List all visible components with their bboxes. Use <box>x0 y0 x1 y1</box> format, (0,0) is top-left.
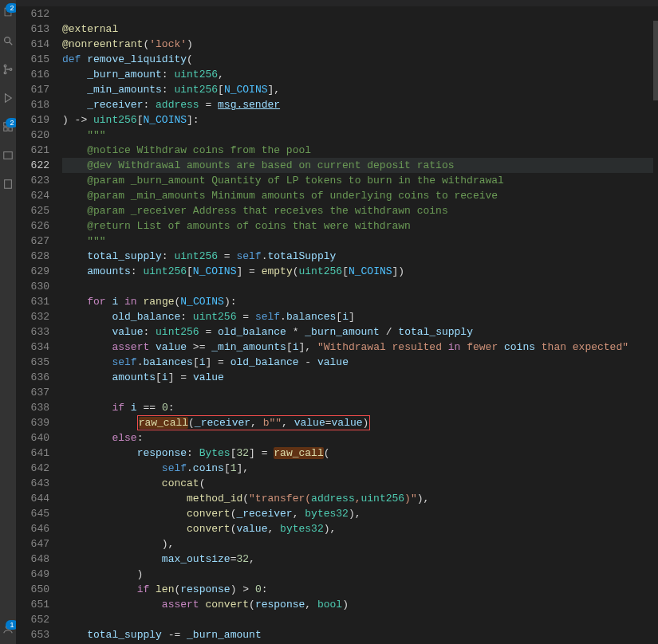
code-editor[interactable]: 6126136146156166176186196206216226236246… <box>16 6 658 644</box>
code-line[interactable] <box>62 6 658 22</box>
line-number: 619 <box>16 112 62 128</box>
line-number: 640 <box>16 430 62 446</box>
activity-bar: 2 2 1 <box>0 0 16 644</box>
search-icon[interactable] <box>2 35 14 46</box>
line-number: 617 <box>16 82 62 97</box>
code-line[interactable] <box>62 279 658 294</box>
code-line[interactable]: @param _min_amounts Minimum amounts of u… <box>62 188 658 203</box>
generic-icon[interactable] <box>2 179 14 190</box>
line-number: 645 <box>16 506 62 521</box>
line-number: 649 <box>16 567 62 582</box>
line-number: 644 <box>16 491 62 506</box>
code-line[interactable]: else: <box>62 430 658 446</box>
line-number: 628 <box>16 249 62 264</box>
minimap[interactable] <box>653 13 658 644</box>
code-line[interactable]: max_outsize=32, <box>62 552 658 567</box>
code-line[interactable]: if i == 0: <box>62 400 658 415</box>
line-number: 633 <box>16 324 62 340</box>
code-line[interactable]: total_supply -= _burn_amount <box>62 627 658 642</box>
code-line[interactable]: @dev Withdrawal amounts are based on cur… <box>62 158 658 173</box>
code-line[interactable]: total_supply: uint256 = self.totalSupply <box>62 249 658 264</box>
line-number: 631 <box>16 294 62 309</box>
line-number: 652 <box>16 612 62 627</box>
line-number: 616 <box>16 67 62 82</box>
code-line[interactable]: self.balances[i] = old_balance - value <box>62 355 658 370</box>
code-line[interactable]: assert value >= _min_amounts[i], "Withdr… <box>62 340 658 355</box>
line-number: 618 <box>16 97 62 112</box>
code-line[interactable]: old_balance: uint256 = self.balances[i] <box>62 309 658 324</box>
line-number: 634 <box>16 340 62 355</box>
code-line[interactable]: @param _receiver Address that receives t… <box>62 203 658 218</box>
code-line[interactable]: convert(_receiver, bytes32), <box>62 506 658 521</box>
code-line[interactable]: concat( <box>62 476 658 491</box>
minimap-thumb[interactable] <box>653 21 658 100</box>
explorer-icon[interactable]: 2 <box>2 6 14 18</box>
code-content[interactable]: @external@nonreentrant('lock')def remove… <box>62 6 658 644</box>
code-line[interactable]: @nonreentrant('lock') <box>62 37 658 52</box>
generic-icon[interactable] <box>2 150 14 161</box>
code-line[interactable]: ), <box>62 536 658 552</box>
svg-rect-8 <box>4 152 13 159</box>
svg-point-0 <box>5 37 10 43</box>
line-number: 615 <box>16 52 62 67</box>
code-line[interactable]: raw_call(_receiver, b"", value=value) <box>62 415 658 430</box>
code-line[interactable]: @param _burn_amount Quantity of LP token… <box>62 173 658 188</box>
source-control-icon[interactable] <box>2 64 14 75</box>
line-number: 639 <box>16 415 62 430</box>
line-number: 642 <box>16 461 62 476</box>
svg-rect-9 <box>5 180 12 189</box>
line-number: 627 <box>16 234 62 249</box>
code-line[interactable] <box>62 612 658 627</box>
line-number-gutter: 6126136146156166176186196206216226236246… <box>16 6 62 644</box>
line-number: 643 <box>16 476 62 491</box>
code-line[interactable]: """ <box>62 234 658 249</box>
code-line[interactable]: for i in range(N_COINS): <box>62 294 658 309</box>
line-number: 612 <box>16 6 62 22</box>
svg-rect-6 <box>4 128 7 131</box>
code-line[interactable]: @external <box>62 22 658 37</box>
code-line[interactable]: """ <box>62 128 658 143</box>
line-number: 641 <box>16 446 62 461</box>
code-line[interactable] <box>62 385 658 400</box>
code-line[interactable]: ) <box>62 567 658 582</box>
line-number: 626 <box>16 218 62 234</box>
line-number: 622 <box>16 158 62 173</box>
line-number: 613 <box>16 22 62 37</box>
line-number: 647 <box>16 536 62 552</box>
code-line[interactable]: @notice Withdraw coins from the pool <box>62 143 658 158</box>
account-icon[interactable]: 1 <box>2 623 14 634</box>
code-line[interactable]: response: Bytes[32] = raw_call( <box>62 446 658 461</box>
code-line[interactable]: amounts[i] = value <box>62 370 658 385</box>
code-line[interactable]: def remove_liquidity( <box>62 52 658 67</box>
code-line[interactable]: @return List of amounts of coins that we… <box>62 218 658 234</box>
line-number: 648 <box>16 552 62 567</box>
line-number: 653 <box>16 627 62 642</box>
line-number: 625 <box>16 203 62 218</box>
editor-root: 2 2 1 6126136146156166176186196206216226… <box>0 0 658 644</box>
code-line[interactable]: _min_amounts: uint256[N_COINS], <box>62 82 658 97</box>
line-number: 623 <box>16 173 62 188</box>
code-line[interactable]: value: uint256 = old_balance * _burn_amo… <box>62 324 658 340</box>
code-line[interactable]: amounts: uint256[N_COINS] = empty(uint25… <box>62 264 658 279</box>
code-line[interactable]: if len(response) > 0: <box>62 582 658 597</box>
line-number: 629 <box>16 264 62 279</box>
line-number: 650 <box>16 582 62 597</box>
line-number: 636 <box>16 370 62 385</box>
line-number: 614 <box>16 37 62 52</box>
code-line[interactable]: convert(value, bytes32), <box>62 521 658 536</box>
extensions-icon[interactable]: 2 <box>2 121 14 132</box>
code-line[interactable]: _burn_amount: uint256, <box>62 67 658 82</box>
run-icon[interactable] <box>2 92 14 104</box>
line-number: 638 <box>16 400 62 415</box>
line-number: 632 <box>16 309 62 324</box>
line-number: 651 <box>16 597 62 612</box>
code-line[interactable]: method_id("transfer(address,uint256)"), <box>62 491 658 506</box>
line-number: 646 <box>16 521 62 536</box>
line-number: 621 <box>16 143 62 158</box>
code-line[interactable]: assert convert(response, bool) <box>62 597 658 612</box>
line-number: 620 <box>16 128 62 143</box>
code-line[interactable]: ) -> uint256[N_COINS]: <box>62 112 658 128</box>
code-line[interactable]: _receiver: address = msg.sender <box>62 97 658 112</box>
code-line[interactable]: self.coins[1], <box>62 461 658 476</box>
tab-strip <box>16 0 658 6</box>
